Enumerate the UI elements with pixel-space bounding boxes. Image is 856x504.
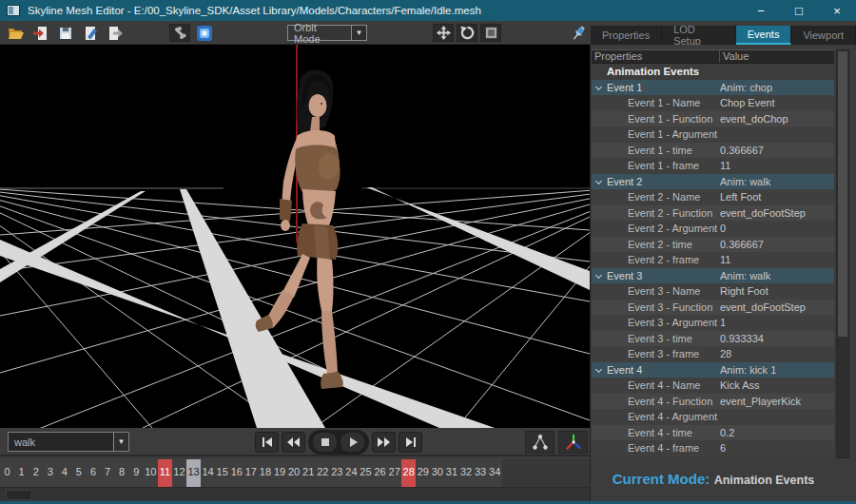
scale-tool-icon[interactable] <box>480 24 501 42</box>
table-row[interactable]: Event 2 - frame11 <box>592 252 834 268</box>
table-row[interactable]: Event 4 - Functionevent_PlayerKick <box>592 394 834 410</box>
tab-events[interactable]: Events <box>736 26 792 45</box>
timeline-frame-5[interactable]: 5 <box>71 459 86 487</box>
stop-button[interactable] <box>312 432 338 453</box>
table-row[interactable]: Event 3 - time0.933334 <box>592 331 834 347</box>
skeleton-view-icon[interactable] <box>525 431 554 454</box>
skeleton-mode-icon[interactable] <box>169 24 190 42</box>
table-header[interactable]: Properties Value <box>592 49 834 64</box>
material-mode-icon[interactable] <box>194 24 215 42</box>
timeline-frame-24[interactable]: 24 <box>344 459 359 487</box>
timeline-frame-12[interactable]: 12 <box>172 459 186 487</box>
timeline-frame-2[interactable]: 2 <box>29 459 43 487</box>
table-row[interactable]: Event 1 - Functionevent_doChop <box>592 111 834 127</box>
import-file-icon[interactable] <box>30 24 51 42</box>
timeline-frame-4[interactable]: 4 <box>57 459 71 487</box>
chevron-expanded-icon[interactable] <box>595 365 602 372</box>
scrollbar-thumb[interactable] <box>838 51 847 337</box>
timeline-frame-25[interactable]: 25 <box>359 459 373 487</box>
timeline-frame-34[interactable]: 34 <box>488 459 502 487</box>
timeline-frame-11[interactable]: 11 <box>158 459 172 487</box>
timeline-frame-3[interactable]: 3 <box>43 459 57 487</box>
edit-file-icon[interactable] <box>80 24 101 42</box>
chevron-expanded-icon[interactable] <box>595 83 602 89</box>
maximize-button[interactable]: □ <box>780 0 818 21</box>
timeline-frame-13[interactable]: 13 <box>186 459 201 487</box>
timeline-frame-15[interactable]: 15 <box>215 459 229 487</box>
skip-end-button[interactable] <box>399 432 422 453</box>
timeline-frame-17[interactable]: 17 <box>243 459 258 487</box>
column-header-properties[interactable]: Properties <box>592 50 720 63</box>
timeline-frame-30[interactable]: 30 <box>430 459 444 487</box>
frame-timeline[interactable]: 0123456789101112131415161718192021222324… <box>0 459 502 487</box>
table-row[interactable]: Event 4 - NameKick Ass <box>592 378 834 394</box>
table-row[interactable]: Event 1 - time0.366667 <box>592 143 834 159</box>
axis-gizmo-icon[interactable] <box>558 431 588 454</box>
minimize-button[interactable]: − <box>742 0 780 21</box>
table-row[interactable]: Event 1 - frame11 <box>592 158 834 174</box>
tab-viewport[interactable]: Viewport <box>791 26 856 45</box>
rewind-button[interactable] <box>282 432 305 453</box>
timeline-frame-1[interactable]: 1 <box>14 459 29 487</box>
move-tool-icon[interactable] <box>433 24 454 42</box>
timeline-frame-10[interactable]: 10 <box>144 459 158 487</box>
table-row[interactable]: Event 1 - NameChop Event <box>592 95 834 111</box>
open-file-icon[interactable] <box>6 24 27 42</box>
timeline-frame-7[interactable]: 7 <box>101 459 115 487</box>
table-row[interactable]: Event 4Anim: kick 1 <box>592 362 834 378</box>
table-row[interactable]: Event 2Anim: walk <box>592 174 834 190</box>
animation-select[interactable]: walk ▼ <box>8 432 129 452</box>
table-row[interactable]: Event 1Anim: chop <box>592 80 834 96</box>
table-row[interactable]: Event 3 - frame28 <box>592 346 834 362</box>
export-file-icon[interactable] <box>105 24 126 42</box>
viewport-3d[interactable] <box>0 45 590 428</box>
rotate-tool-icon[interactable] <box>457 24 477 42</box>
table-row[interactable]: Event 2 - NameLeft Foot <box>592 189 834 205</box>
column-header-value[interactable]: Value <box>720 50 834 63</box>
tab-properties[interactable]: Properties <box>591 26 662 45</box>
table-row[interactable]: Event 1 - Argument <box>592 126 834 143</box>
timeline-frame-18[interactable]: 18 <box>258 459 272 487</box>
table-row[interactable]: Event 2 - time0.366667 <box>592 237 834 253</box>
pin-icon[interactable] <box>569 24 590 42</box>
orbit-mode-select[interactable]: Orbit Mode ▼ <box>287 25 367 41</box>
table-row[interactable]: Event 4 - time0.2 <box>592 425 834 441</box>
horizontal-scrollbar[interactable] <box>0 487 590 501</box>
table-row[interactable]: Event 2 - Argument0 <box>592 221 834 237</box>
timeline-frame-27[interactable]: 27 <box>387 459 401 487</box>
table-row[interactable]: Event 3Anim: walk <box>592 268 834 284</box>
timeline-frame-0[interactable]: 0 <box>0 459 14 487</box>
timeline-frame-22[interactable]: 22 <box>316 459 330 487</box>
timeline-frame-21[interactable]: 21 <box>302 459 316 487</box>
timeline-frame-20[interactable]: 20 <box>287 459 302 487</box>
table-row[interactable]: Event 3 - Argument1 <box>592 315 834 331</box>
table-row[interactable]: Event 3 - Functionevent_doFootStep <box>592 300 834 316</box>
timeline-frame-32[interactable]: 32 <box>459 459 474 487</box>
timeline-frame-29[interactable]: 29 <box>416 459 430 487</box>
table-row[interactable]: Event 4 - frame6 <box>592 440 834 456</box>
timeline-frame-9[interactable]: 9 <box>129 459 144 487</box>
vertical-scrollbar[interactable] <box>836 49 849 458</box>
timeline-frame-33[interactable]: 33 <box>474 459 488 487</box>
timeline-frame-16[interactable]: 16 <box>229 459 243 487</box>
timeline-frame-31[interactable]: 31 <box>444 459 458 487</box>
timeline-frame-19[interactable]: 19 <box>272 459 286 487</box>
timeline-frame-8[interactable]: 8 <box>115 459 129 487</box>
tab-lod-setup[interactable]: LOD Setup <box>662 26 736 45</box>
play-button[interactable] <box>340 432 365 453</box>
table-row[interactable]: Event 3 - NameRight Foot <box>592 283 834 300</box>
fast-forward-button[interactable] <box>372 432 396 453</box>
save-file-icon[interactable] <box>55 24 76 42</box>
timeline-frame-6[interactable]: 6 <box>86 459 100 487</box>
table-row[interactable]: Event 4 - Argument <box>592 409 834 425</box>
table-row[interactable]: Animation Events <box>592 64 834 80</box>
chevron-expanded-icon[interactable] <box>595 177 602 184</box>
chevron-down-icon[interactable]: ▼ <box>113 433 128 451</box>
timeline-frame-28[interactable]: 28 <box>401 459 416 487</box>
close-button[interactable]: × <box>818 0 856 21</box>
chevron-expanded-icon[interactable] <box>595 271 602 278</box>
scrollbar-thumb[interactable] <box>6 490 32 500</box>
chevron-down-icon[interactable]: ▼ <box>351 26 366 40</box>
table-row[interactable]: Event 2 - Functionevent_doFootStep <box>592 205 834 222</box>
timeline-frame-14[interactable]: 14 <box>201 459 215 487</box>
